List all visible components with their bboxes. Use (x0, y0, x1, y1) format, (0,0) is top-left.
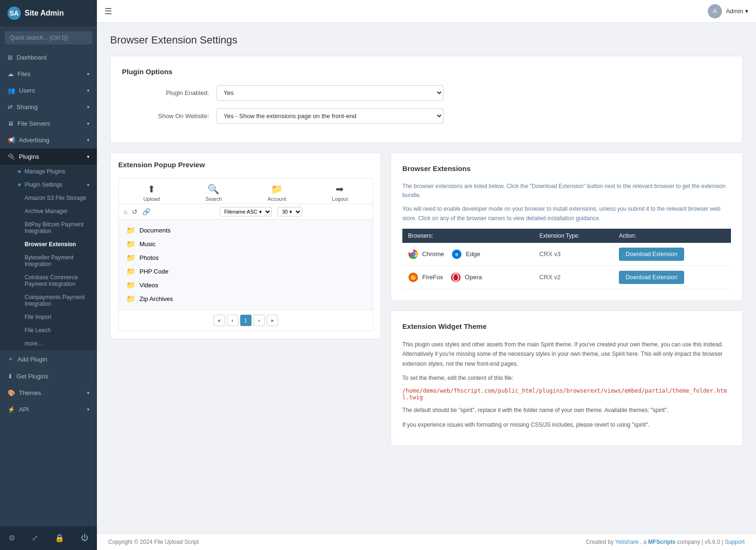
pagination-last[interactable]: » (267, 315, 278, 326)
search-box[interactable] (5, 31, 92, 44)
pagination-next[interactable]: › (253, 315, 265, 326)
sidebar-sub-archive-manager[interactable]: Archive Manager (0, 205, 97, 218)
list-item[interactable]: 📁 Music (122, 237, 369, 251)
list-item[interactable]: 📁 PHP Code (122, 265, 369, 278)
chevron-down-icon: ▾ (87, 390, 89, 395)
sidebar-sub-coinpayments[interactable]: Coinpayments Payment Integration (0, 291, 97, 310)
sidebar-sub-browser-extension[interactable]: Browser Extension (0, 238, 97, 251)
content-area: Browser Extension Settings Plugin Option… (97, 23, 756, 533)
browser-cell-2: fx FireFox Opera (402, 266, 534, 289)
sidebar-item-label: Files (17, 70, 30, 77)
svg-text:e: e (455, 251, 458, 257)
chevron-down-icon: ▾ (87, 88, 89, 93)
ext-type-1: CRX v3 (534, 243, 613, 266)
download-chrome-edge-btn[interactable]: Download Extension (619, 248, 684, 261)
list-item[interactable]: 📁 Zip Archives (122, 292, 369, 306)
list-item[interactable]: 📁 Photos (122, 251, 369, 265)
file-servers-icon: 🖥 (8, 120, 14, 127)
lock-icon[interactable]: 🔒 (52, 531, 67, 545)
sidebar-sub-plugin-settings[interactable]: Plugin Settings ▾ (0, 178, 97, 191)
popup-logout-label: Logout (332, 196, 348, 202)
hamburger-menu[interactable]: ☰ (104, 6, 112, 17)
sidebar-item-plugins[interactable]: 🔌 Plugins ▾ (0, 148, 97, 165)
two-col-section: Extension Popup Preview ⬆ Upload 🔍 Searc… (110, 153, 743, 455)
submenu-label: Coinpayments Payment Integration (25, 294, 89, 307)
plugin-enabled-select[interactable]: Yes No (217, 85, 443, 101)
pagination-first[interactable]: « (214, 315, 225, 326)
pagination-current[interactable]: 1 (240, 315, 252, 326)
browser-logos-2: fx FireFox Opera (408, 272, 528, 283)
sidebar-sub-amazon-s3[interactable]: Amazon S3 File Storage (0, 191, 97, 205)
widget-theme-title: Extension Widget Theme (402, 322, 731, 330)
download-firefox-opera-btn[interactable]: Download Extension (619, 271, 684, 284)
sidebar-item-advertising[interactable]: 📢 Advertising ▾ (0, 132, 97, 148)
chevron-down-icon: ▾ (87, 121, 89, 126)
sidebar-item-themes[interactable]: 🎨 Themes ▾ (0, 385, 97, 401)
action-cell-2: Download Extension (613, 266, 731, 289)
search-icon: 🔍 (208, 183, 219, 195)
yetishare-link[interactable]: Yetishare (615, 539, 639, 545)
sidebar-item-label: Users (19, 87, 35, 94)
avatar: A (708, 4, 722, 18)
sidebar-item-label: Sharing (17, 103, 38, 111)
refresh-icon[interactable]: ↺ (132, 208, 138, 215)
list-item[interactable]: 📁 Videos (122, 278, 369, 292)
popup-upload-btn[interactable]: ⬆ Upload (143, 183, 160, 202)
sidebar-item-sharing[interactable]: ⇄ Sharing ▾ (0, 99, 97, 115)
sidebar-header: SA Site Admin (0, 0, 97, 26)
sidebar-item-users[interactable]: 👥 Users ▾ (0, 82, 97, 99)
popup-account-btn[interactable]: 📁 Account (268, 183, 287, 202)
mfscripts-link[interactable]: MFScripts (648, 539, 676, 545)
widget-theme-desc3: The default should be "spirit", replace … (402, 405, 731, 415)
sidebar-item-file-servers[interactable]: 🖥 File Servers ▾ (0, 115, 97, 132)
sidebar-item-files[interactable]: ☁ Files ▾ (0, 66, 97, 82)
sidebar-item-dashboard[interactable]: ⊞ Dashboard (0, 49, 97, 66)
sidebar-item-get-plugins[interactable]: ⬇ Get Plugins (0, 368, 97, 385)
list-item[interactable]: 📁 Documents (122, 223, 369, 237)
link-icon[interactable]: 🔗 (142, 208, 150, 215)
popup-search-btn[interactable]: 🔍 Search (206, 183, 222, 202)
popup-search-label: Search (206, 196, 222, 202)
plugin-options-card: Plugin Options Plugin Enabled: Yes No Sh… (110, 56, 743, 143)
sidebar-sub-byteseller[interactable]: Byteseller Payment Integration (0, 251, 97, 271)
file-name: Documents (139, 227, 171, 234)
sidebar-sub-more[interactable]: more.... (0, 337, 97, 350)
sort-select[interactable]: Filename ASC ▾ (220, 207, 272, 216)
sidebar-sub-coinbase[interactable]: Coinbase Commerce Payment Integration (0, 271, 97, 291)
sidebar-item-api[interactable]: ⚡ API ▾ (0, 401, 97, 418)
browser-logos: Chrome e Edge (408, 249, 528, 259)
popup-logout-btn[interactable]: ➡ Logout (332, 183, 348, 202)
copyright-text: Copyright © 2024 File Upload Script (108, 539, 199, 545)
site-logo: SA (8, 7, 21, 20)
power-icon[interactable]: ⏻ (78, 531, 91, 545)
chevron-down-icon: ▾ (87, 182, 89, 188)
sidebar-sub-file-import[interactable]: File Import (0, 310, 97, 324)
folder-icon: 📁 (126, 281, 136, 290)
opera-label: Opera (465, 274, 482, 281)
admin-name-button[interactable]: Admin ▾ (726, 8, 748, 15)
popup-bar-icons: ⌂ ↺ 🔗 (123, 208, 150, 215)
sidebar-sub-bitpay[interactable]: BitPay Bitcoin Payment Integration (0, 218, 97, 238)
support-link[interactable]: Support (725, 539, 745, 545)
search-input[interactable] (5, 31, 92, 44)
sidebar-sub-file-leech[interactable]: File Leech (0, 324, 97, 337)
chevron-down-icon: ▾ (87, 407, 89, 412)
perpage-select[interactable]: 30 ▾ (278, 207, 302, 216)
submenu-label: Coinbase Commerce Payment Integration (25, 274, 89, 287)
home-icon[interactable]: ⌂ (123, 208, 127, 215)
settings-icon[interactable]: ⚙ (6, 531, 18, 545)
sidebar-item-add-plugin[interactable]: ＋ Add Plugin (0, 350, 97, 368)
fullscreen-icon[interactable]: ⤢ (29, 531, 41, 545)
sidebar-sub-manage-plugins[interactable]: Manage Plugins (0, 165, 97, 178)
pagination-prev[interactable]: ‹ (227, 315, 238, 326)
submenu-label: BitPay Bitcoin Payment Integration (25, 221, 89, 234)
chevron-down-icon: ▾ (87, 138, 89, 143)
sharing-icon: ⇄ (8, 103, 13, 111)
submenu-label: Amazon S3 File Storage (25, 195, 86, 201)
popup-nav-bar: ⌂ ↺ 🔗 Filename ASC ▾ 30 ▾ (119, 204, 373, 220)
popup-files-list: 📁 Documents 📁 Music 📁 Photos (119, 220, 373, 309)
submenu-label: Manage Plugins (25, 168, 65, 175)
popup-preview-col: Extension Popup Preview ⬆ Upload 🔍 Searc… (110, 153, 381, 455)
show-on-website-select[interactable]: Yes - Show the extensions page on the fr… (217, 108, 443, 124)
folder-icon: 📁 (126, 240, 136, 249)
